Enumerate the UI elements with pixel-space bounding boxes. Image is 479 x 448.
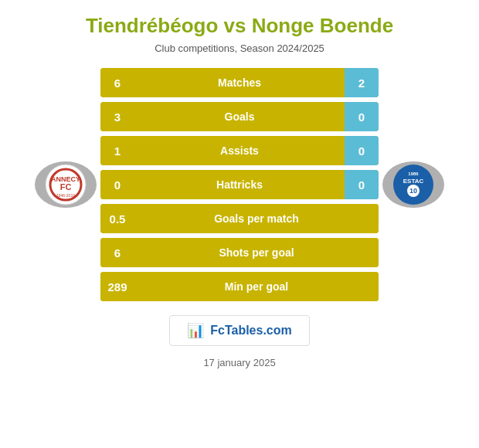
svg-text:1946-2019: 1946-2019 — [56, 193, 75, 198]
stat-row-3: 0 Hattricks 0 — [100, 170, 379, 199]
right-oval: 1986 ESTAC 10 — [382, 161, 444, 208]
fctables-text: FcTables.com — [210, 324, 292, 338]
stat-row-2: 1 Assists 0 — [100, 136, 379, 165]
stat-row-0: 6 Matches 2 — [100, 68, 379, 97]
stat-label-1: Goals — [134, 102, 345, 131]
stat-left-val-2: 1 — [100, 136, 134, 165]
stat-label-2: Assists — [134, 136, 345, 165]
stat-right-val-2: 0 — [345, 136, 379, 165]
fctables-icon: 📊 — [187, 322, 204, 339]
stat-right-val-0: 2 — [345, 68, 379, 97]
date-footer: 17 january 2025 — [203, 357, 275, 368]
page: Tiendrébéogo vs Nonge Boende Club compet… — [0, 0, 479, 448]
left-oval: ANNECY FC 1946-2019 — [35, 161, 97, 208]
svg-text:10: 10 — [409, 187, 417, 195]
logo-left: ANNECY FC 1946-2019 — [31, 161, 100, 208]
main-content: ANNECY FC 1946-2019 6 Matches 2 3 Goals … — [0, 68, 479, 301]
stat-row-6: 289 Min per goal — [100, 272, 379, 301]
stat-right-val-3: 0 — [345, 170, 379, 199]
logo-right: 1986 ESTAC 10 — [379, 161, 448, 208]
troyes-logo: 1986 ESTAC 10 — [392, 163, 435, 206]
stat-label-6: Min per goal — [134, 272, 379, 301]
stat-left-val-6: 289 — [100, 272, 134, 301]
page-title: Tiendrébéogo vs Nonge Boende — [78, 14, 401, 38]
annecy-logo: ANNECY FC 1946-2019 — [44, 163, 87, 206]
stat-label-5: Shots per goal — [134, 238, 379, 267]
stat-row-5: 6 Shots per goal — [100, 238, 379, 267]
svg-text:FC: FC — [60, 182, 72, 192]
stats-panel: 6 Matches 2 3 Goals 0 1 Assists 0 0 Hatt… — [100, 68, 379, 301]
page-subtitle: Club competitions, Season 2024/2025 — [155, 42, 324, 54]
stat-row-1: 3 Goals 0 — [100, 102, 379, 131]
stat-left-val-0: 6 — [100, 68, 134, 97]
stat-label-0: Matches — [134, 68, 345, 97]
svg-text:ESTAC: ESTAC — [403, 178, 424, 185]
fctables-banner: 📊 FcTables.com — [169, 315, 310, 346]
stat-label-4: Goals per match — [134, 204, 379, 233]
stat-row-4: 0.5 Goals per match — [100, 204, 379, 233]
stat-left-val-1: 3 — [100, 102, 134, 131]
stat-left-val-5: 6 — [100, 238, 134, 267]
svg-text:1986: 1986 — [408, 171, 419, 176]
stat-left-val-3: 0 — [100, 170, 134, 199]
stat-label-3: Hattricks — [134, 170, 345, 199]
stat-right-val-1: 0 — [345, 102, 379, 131]
stat-left-val-4: 0.5 — [100, 204, 134, 233]
